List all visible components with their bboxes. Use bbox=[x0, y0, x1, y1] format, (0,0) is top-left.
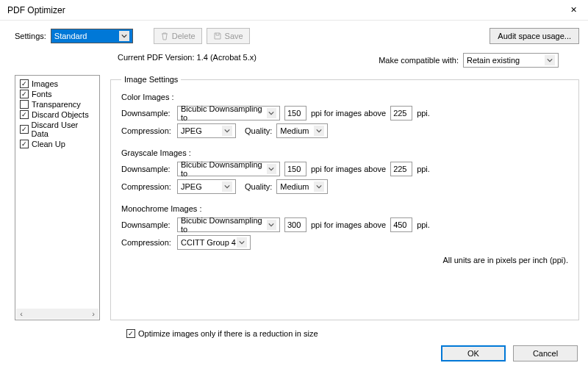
group-title: Color Images : bbox=[121, 93, 568, 101]
delete-button[interactable]: Delete bbox=[154, 28, 202, 44]
downsample-label: Downsample: bbox=[121, 220, 173, 229]
compat-label: Make compatible with: bbox=[379, 56, 459, 65]
chevron-down-icon bbox=[267, 220, 276, 230]
toolbar: Settings: Standard Delete Save Audit spa… bbox=[0, 21, 588, 50]
category-list[interactable]: ✓Images ✓Fonts Transparency ✓Discard Obj… bbox=[15, 75, 100, 320]
image-settings-panel: Image Settings Color Images : Downsample… bbox=[110, 75, 579, 320]
checkbox[interactable]: ✓ bbox=[20, 125, 29, 134]
color-compression-dropdown[interactable]: JPEG bbox=[177, 123, 236, 138]
compression-label: Compression: bbox=[121, 238, 173, 247]
mono-above-ppi-input[interactable]: 450 bbox=[390, 217, 412, 232]
save-button[interactable]: Save bbox=[207, 28, 250, 44]
monochrome-images-group: Monochrome Images : Downsample: Bicubic … bbox=[121, 204, 568, 250]
settings-dropdown[interactable]: Standard bbox=[51, 29, 133, 43]
compression-label: Compression: bbox=[121, 126, 173, 135]
chevron-down-icon bbox=[545, 55, 555, 65]
quality-label: Quality: bbox=[245, 126, 272, 135]
gray-compression-dropdown[interactable]: JPEG bbox=[177, 179, 236, 194]
color-above-ppi-input[interactable]: 225 bbox=[390, 106, 412, 120]
list-item-label: Transparency bbox=[32, 100, 81, 109]
save-label: Save bbox=[225, 32, 243, 40]
ppi-suffix: ppi. bbox=[417, 220, 430, 229]
gray-downsample-dropdown[interactable]: Bicubic Downsampling to bbox=[177, 162, 280, 176]
save-icon bbox=[213, 32, 222, 40]
compat-dropdown[interactable]: Retain existing bbox=[463, 53, 559, 68]
chevron-down-icon bbox=[222, 181, 232, 192]
dialog-buttons: OK Cancel bbox=[0, 338, 588, 361]
category-discard-user-data[interactable]: ✓Discard User Data bbox=[20, 120, 95, 139]
close-icon: ✕ bbox=[570, 5, 577, 15]
chevron-down-icon bbox=[237, 237, 247, 248]
list-item-label: Discard User Data bbox=[32, 120, 95, 138]
close-button[interactable]: ✕ bbox=[559, 0, 588, 21]
units-footnote: All units are in pixels per inch (ppi). bbox=[121, 256, 568, 265]
group-title: Grayscale Images : bbox=[121, 148, 568, 157]
mono-downsample-ppi-input[interactable]: 300 bbox=[284, 217, 306, 232]
gray-downsample-ppi-input[interactable]: 150 bbox=[284, 162, 306, 176]
category-fonts[interactable]: ✓Fonts bbox=[20, 89, 95, 99]
compression-label: Compression: bbox=[121, 182, 173, 191]
color-downsample-ppi-input[interactable]: 150 bbox=[284, 106, 306, 120]
category-clean-up[interactable]: ✓Clean Up bbox=[20, 139, 95, 149]
scroll-left-icon[interactable]: ‹ bbox=[16, 309, 26, 319]
checkbox[interactable]: ✓ bbox=[20, 79, 29, 88]
checkbox[interactable]: ✓ bbox=[20, 110, 29, 119]
compat-value: Retain existing bbox=[467, 56, 520, 65]
delete-label: Delete bbox=[172, 32, 196, 40]
chevron-down-icon bbox=[222, 126, 232, 136]
chevron-down-icon bbox=[314, 126, 324, 136]
chevron-down-icon bbox=[314, 181, 324, 192]
title-bar: PDF Optimizer ✕ bbox=[0, 0, 588, 21]
above-text: ppi for images above bbox=[311, 165, 386, 173]
ppi-suffix: ppi. bbox=[417, 109, 430, 118]
audit-space-button[interactable]: Audit space usage... bbox=[490, 28, 579, 44]
category-transparency[interactable]: Transparency bbox=[20, 99, 95, 109]
list-item-label: Discard Objects bbox=[32, 110, 89, 119]
current-version-label: Current PDF Version: 1.4 (Acrobat 5.x) bbox=[118, 53, 257, 68]
downsample-label: Downsample: bbox=[121, 109, 173, 118]
mono-downsample-dropdown[interactable]: Bicubic Downsampling to bbox=[177, 217, 280, 232]
quality-label: Quality: bbox=[245, 182, 272, 191]
chevron-down-icon bbox=[267, 164, 276, 174]
mono-compression-dropdown[interactable]: CCITT Group 4 bbox=[177, 235, 251, 250]
checkbox[interactable]: ✓ bbox=[20, 140, 29, 148]
list-item-label: Fonts bbox=[32, 90, 52, 98]
ok-button[interactable]: OK bbox=[441, 345, 506, 361]
settings-value: Standard bbox=[54, 32, 87, 40]
scroll-right-icon[interactable]: › bbox=[88, 309, 98, 319]
above-text: ppi for images above bbox=[311, 109, 386, 118]
settings-label: Settings: bbox=[15, 32, 46, 40]
cancel-button[interactable]: Cancel bbox=[513, 345, 578, 361]
color-images-group: Color Images : Downsample: Bicubic Downs… bbox=[121, 93, 568, 138]
checkbox[interactable] bbox=[20, 100, 29, 109]
list-item-label: Images bbox=[32, 79, 58, 88]
info-row: Current PDF Version: 1.4 (Acrobat 5.x) M… bbox=[0, 50, 588, 75]
panel-legend: Image Settings bbox=[121, 75, 181, 84]
chevron-down-icon bbox=[119, 31, 129, 41]
ppi-suffix: ppi. bbox=[417, 165, 430, 173]
window-title: PDF Optimizer bbox=[7, 5, 65, 15]
color-quality-dropdown[interactable]: Medium bbox=[276, 123, 328, 138]
optimize-only-label: Optimize images only if there is a reduc… bbox=[138, 329, 318, 338]
group-title: Monochrome Images : bbox=[121, 204, 568, 213]
chevron-down-icon bbox=[267, 108, 276, 118]
category-discard-objects[interactable]: ✓Discard Objects bbox=[20, 109, 95, 120]
color-downsample-dropdown[interactable]: Bicubic Downsampling to bbox=[177, 106, 280, 120]
gray-quality-dropdown[interactable]: Medium bbox=[276, 179, 328, 194]
category-images[interactable]: ✓Images bbox=[20, 79, 95, 89]
optimize-only-row[interactable]: ✓ Optimize images only if there is a red… bbox=[0, 325, 588, 338]
downsample-label: Downsample: bbox=[121, 165, 173, 173]
above-text: ppi for images above bbox=[311, 220, 386, 229]
horizontal-scrollbar[interactable]: ‹ › bbox=[16, 309, 98, 319]
list-item-label: Clean Up bbox=[32, 140, 65, 148]
gray-above-ppi-input[interactable]: 225 bbox=[390, 162, 412, 176]
grayscale-images-group: Grayscale Images : Downsample: Bicubic D… bbox=[121, 148, 568, 194]
checkbox[interactable]: ✓ bbox=[20, 90, 29, 98]
optimize-only-checkbox[interactable]: ✓ bbox=[126, 329, 135, 338]
trash-icon bbox=[160, 32, 169, 40]
